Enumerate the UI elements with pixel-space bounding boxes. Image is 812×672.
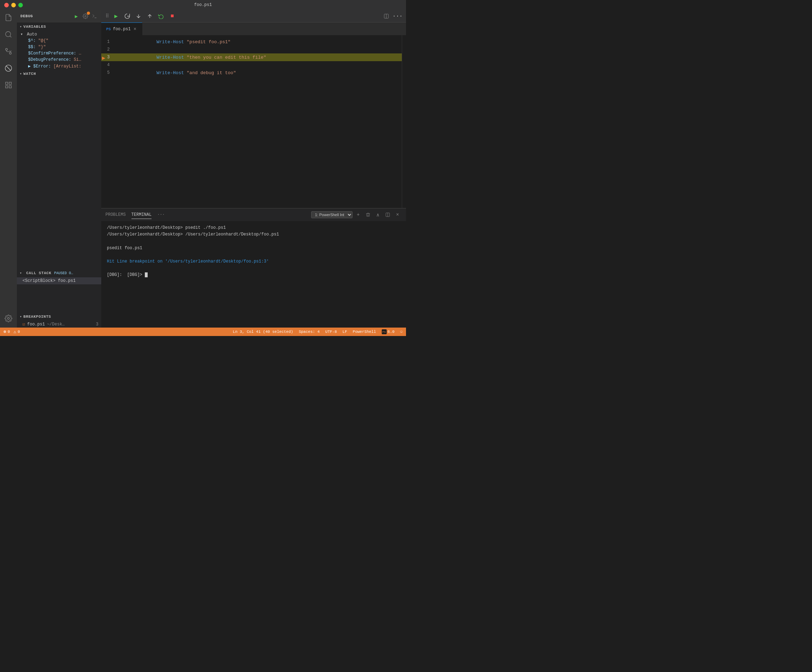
watch-section-header[interactable]: ▾ WATCH (17, 70, 101, 78)
term-line-8: [DBG]: [DBG]> (107, 272, 400, 278)
debug-start-btn[interactable]: ▶ (73, 13, 79, 19)
language-mode[interactable]: PowerShell (353, 330, 376, 334)
code-editor[interactable]: 1 Write-Host "psedit foo.ps1" 2 ▶ 3 (101, 35, 406, 208)
var-item-confirm[interactable]: $ConfirmPreference: … (17, 50, 101, 56)
breakpoint-item[interactable]: ☑ foo.ps1 ~/Desk… 3 (17, 321, 101, 327)
warning-count: 0 (17, 330, 20, 334)
terminal-kill-btn[interactable] (364, 210, 372, 219)
source-control-icon[interactable] (3, 46, 14, 56)
drag-handle[interactable]: ⠿ (106, 13, 109, 19)
editor-scrollbar[interactable] (402, 35, 406, 208)
encoding[interactable]: UTF-8 (325, 330, 337, 334)
svg-line-1 (10, 36, 11, 37)
search-icon[interactable] (3, 29, 14, 39)
stop-button[interactable]: ■ (168, 12, 176, 20)
line-num-2: 2 (101, 47, 115, 52)
term-line-5 (107, 252, 400, 258)
activity-bar (0, 10, 17, 327)
tab-ps-icon: PS (106, 27, 111, 31)
terminal-add-btn[interactable]: + (354, 210, 362, 219)
breakpoint-arrow: ▶ (102, 55, 106, 61)
terminal-content[interactable]: /Users/tylerleonhardt/Desktop> psedit ./… (101, 221, 406, 327)
auto-group[interactable]: ▾ Auto (17, 31, 101, 38)
settings-section (3, 314, 14, 323)
status-left: ⊗ 0 ⚠ 0 (3, 329, 20, 334)
call-stack-arrow: ▾ (20, 271, 22, 275)
watch-label: WATCH (24, 72, 36, 76)
variables-section-header[interactable]: ▾ VARIABLES (17, 22, 101, 31)
step-out-button[interactable] (145, 12, 154, 20)
svg-rect-8 (9, 86, 11, 88)
terminal-instance-select[interactable]: 1: PowerShell Int (311, 211, 353, 218)
terminal-maximize-btn[interactable]: ∧ (374, 210, 382, 219)
indentation[interactable]: Spaces: 4 (299, 330, 319, 334)
breakpoints-label: BREAKPOINTS (24, 315, 51, 319)
term-line-6: Hit Line breakpoint on '/Users/tylerleon… (107, 258, 400, 265)
terminal-tab-bar: PROBLEMS TERMINAL ··· 1: PowerShell Int … (101, 208, 406, 221)
tab-label: foo.ps1 (113, 27, 130, 32)
tab-problems[interactable]: PROBLEMS (106, 211, 126, 218)
window-controls[interactable] (4, 3, 23, 7)
files-icon[interactable] (3, 13, 14, 22)
line-ending[interactable]: LF (342, 330, 347, 334)
debug-settings-btn[interactable] (82, 13, 89, 19)
step-over-button[interactable] (123, 12, 131, 20)
watch-arrow: ▾ (20, 72, 22, 76)
smiley[interactable]: ☺ (400, 330, 403, 334)
var-item-debug[interactable]: $DebugPreference: Si… (17, 56, 101, 63)
debug-top-toolbar: ⠿ ▶ (101, 10, 406, 22)
call-stack-label: CALL STACK (26, 271, 52, 275)
terminal-panel: PROBLEMS TERMINAL ··· 1: PowerShell Int … (101, 208, 406, 327)
warning-icon: ⚠ (14, 329, 16, 334)
var-item-error[interactable]: ▶ $Error: [ArrayList: (17, 63, 101, 70)
settings-icon[interactable] (3, 314, 14, 323)
call-stack-header[interactable]: ▾ CALL STACK PAUSED O… (17, 269, 101, 277)
step-into-button[interactable] (134, 12, 143, 20)
code-line-1: 1 Write-Host "psedit foo.ps1" (101, 38, 406, 46)
more-actions-btn[interactable]: ··· (393, 12, 402, 20)
variables-arrow: ▾ (20, 25, 22, 29)
svg-point-0 (6, 32, 11, 37)
restart-button[interactable] (157, 12, 165, 20)
svg-point-10 (7, 317, 10, 319)
debug-label: DEBUG (20, 14, 70, 18)
watch-content (17, 78, 101, 269)
svg-point-2 (10, 52, 12, 55)
close-btn[interactable] (4, 3, 9, 7)
call-stack-item[interactable]: <ScriptBlock> foo.ps1 (17, 277, 101, 284)
encoding-label: UTF-8 (325, 330, 337, 334)
main-layout: DEBUG ▶ ▾ VARIABLES ▾ (0, 10, 406, 327)
warning-indicator[interactable]: ⚠ 0 (14, 329, 20, 334)
cursor-position[interactable]: Ln 3, Col 41 (40 selected) (233, 330, 293, 334)
split-editor-btn[interactable] (382, 12, 391, 20)
code-lines: 1 Write-Host "psedit foo.ps1" 2 ▶ 3 (101, 35, 406, 208)
var-item-dollar[interactable]: $$: "}" (17, 44, 101, 50)
tab-close-btn[interactable]: × (133, 26, 137, 32)
code-line-5: 5 Write-Host "and debug it too" (101, 69, 406, 77)
line-ending-label: LF (342, 330, 347, 334)
debug-panel-header: DEBUG ▶ (17, 10, 101, 22)
ps-version-label: PS 6.0 (382, 329, 395, 334)
debug-run-icon[interactable] (3, 63, 14, 73)
var-item-caret[interactable]: $^: "@{" (17, 38, 101, 44)
variables-content: ▾ Auto $^: "@{" $$: "}" $ConfirmPreferen… (17, 31, 101, 70)
minimize-btn[interactable] (11, 3, 16, 7)
editor-area: ⠿ ▶ (101, 10, 406, 327)
extensions-icon[interactable] (3, 80, 14, 90)
error-indicator[interactable]: ⊗ 0 (3, 329, 10, 334)
debug-terminal-btn[interactable] (91, 13, 98, 19)
terminal-more-btn[interactable]: ··· (157, 212, 165, 217)
maximize-btn[interactable] (18, 3, 23, 7)
bp-checkbox[interactable]: ☑ (22, 322, 25, 327)
terminal-split-btn[interactable] (384, 210, 392, 219)
tab-terminal[interactable]: TERMINAL (131, 211, 152, 219)
term-line-1: /Users/tylerleonhardt/Desktop> psedit ./… (107, 225, 400, 231)
editor-right-controls: ··· (382, 12, 402, 20)
smiley-icon: ☺ (400, 330, 403, 334)
tab-foo-ps1[interactable]: PS foo.ps1 × (101, 22, 142, 35)
terminal-close-btn[interactable]: × (393, 210, 402, 219)
continue-button[interactable]: ▶ (112, 12, 120, 20)
ps-version[interactable]: PS 6.0 (382, 329, 395, 334)
term-line-2: /Users/tylerleonhardt/Desktop> /Users/ty… (107, 231, 400, 238)
breakpoints-section-header[interactable]: ▾ BREAKPOINTS (17, 312, 101, 321)
